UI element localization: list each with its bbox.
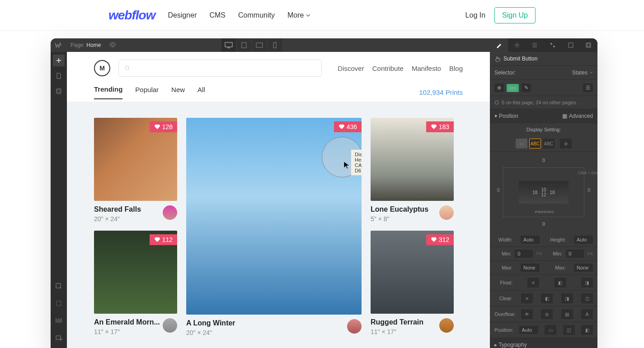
nav-community[interactable]: Community bbox=[238, 11, 275, 19]
nav-cms[interactable]: CMS bbox=[209, 11, 226, 19]
chevron-down-icon bbox=[306, 13, 311, 18]
webflow-logo[interactable]: webflow bbox=[108, 8, 155, 23]
nav-more-label: More bbox=[287, 11, 304, 19]
nav-designer[interactable]: Designer bbox=[168, 11, 197, 19]
login-link[interactable]: Log In bbox=[465, 11, 485, 19]
signup-button[interactable]: Sign Up bbox=[494, 7, 536, 23]
marketing-nav: webflow Designer CMS Community More Log … bbox=[0, 0, 644, 31]
nav-more[interactable]: More bbox=[287, 11, 311, 19]
